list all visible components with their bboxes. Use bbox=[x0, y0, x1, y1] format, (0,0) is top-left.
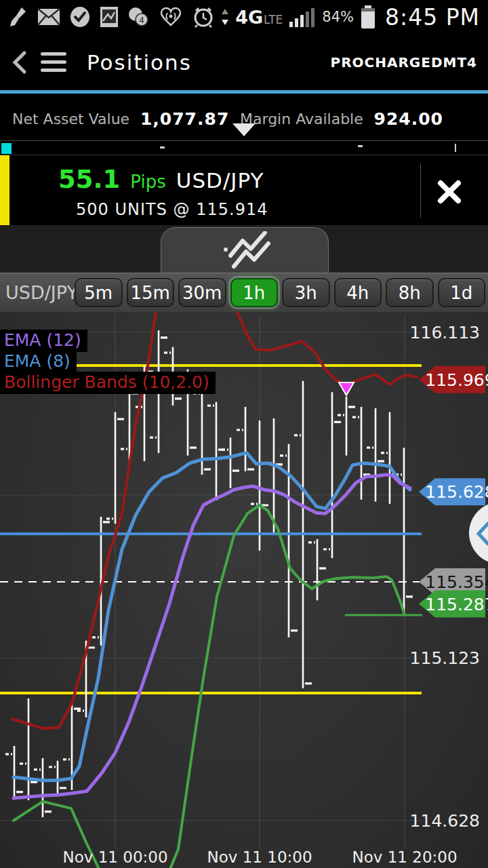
app-header: Positions PROCHARGEDMT4 bbox=[0, 34, 488, 94]
obscured-row-accent bbox=[1, 143, 12, 154]
timeframe-bar: USD/JPY 5m15m30m1h3h4h8h1d bbox=[0, 273, 488, 312]
menu-icon[interactable] bbox=[41, 52, 66, 72]
price-badge-label: 115.628 bbox=[425, 482, 488, 502]
battery-percent: 84% bbox=[322, 9, 354, 25]
svg-text:4: 4 bbox=[139, 16, 144, 25]
price-chart[interactable]: 115.969115.628115.354115.287116.113115.1… bbox=[0, 312, 488, 868]
account-name[interactable]: PROCHARGEDMT4 bbox=[331, 54, 478, 71]
chevron-left-icon bbox=[474, 518, 488, 549]
bollinger-lower-line bbox=[14, 505, 405, 868]
x-axis-label: Nov 11 20:00 bbox=[352, 848, 457, 866]
margin-value: 924.00 bbox=[374, 109, 443, 129]
timeframe-button-15m[interactable]: 15m bbox=[127, 278, 175, 307]
notification-icons: 4 bbox=[8, 6, 182, 28]
candle-bars bbox=[14, 330, 404, 817]
timeframe-button-3h[interactable]: 3h bbox=[282, 278, 330, 307]
obscured-row-fragment bbox=[358, 145, 363, 147]
timeframe-button-1h[interactable]: 1h bbox=[230, 278, 279, 307]
obscured-position-row bbox=[0, 140, 488, 155]
position-accent-bar bbox=[0, 155, 9, 226]
x-axis-label: Nov 11 10:00 bbox=[207, 848, 312, 866]
nav-value: 1,077.87 bbox=[140, 109, 229, 129]
back-icon[interactable] bbox=[11, 47, 28, 77]
timeframe-button-4h[interactable]: 4h bbox=[334, 278, 382, 307]
candle-open-ticks bbox=[5, 353, 402, 770]
timeframe-button-1d[interactable]: 1d bbox=[438, 278, 486, 307]
x-axis-label: Nov 11 00:00 bbox=[62, 848, 167, 866]
legend-item: EMA (12) bbox=[0, 330, 87, 352]
alarm-icon bbox=[192, 5, 215, 28]
line-chart-icon bbox=[219, 231, 270, 269]
iheartradio-icon bbox=[159, 7, 182, 27]
timeframe-buttons: 5m15m30m1h3h4h8h1d bbox=[75, 278, 485, 307]
page-title: Positions bbox=[87, 50, 192, 75]
nav-label: Net Asset Value bbox=[12, 111, 129, 127]
coins-icon: 4 bbox=[127, 6, 150, 28]
legend-item: Bollinger Bands (10,2.0) bbox=[0, 372, 216, 394]
mail-icon bbox=[37, 8, 60, 26]
price-badge-label: 115.969 bbox=[425, 370, 488, 390]
y-axis-label: 114.628 bbox=[410, 811, 480, 831]
candle-close-ticks bbox=[16, 338, 413, 812]
signal-bars-icon bbox=[289, 7, 316, 27]
close-position-button[interactable] bbox=[434, 177, 464, 207]
network-type: 4GLTE bbox=[235, 7, 283, 28]
broom-icon bbox=[8, 6, 28, 28]
y-axis-label: 115.123 bbox=[410, 648, 480, 668]
battery-icon bbox=[360, 5, 376, 29]
app-root: 4 4GLTE 84% 8:45 PM Positions PROCHARGED… bbox=[0, 0, 488, 868]
trade-marker-icon bbox=[339, 382, 354, 395]
collapse-caret-icon[interactable] bbox=[232, 123, 256, 136]
timeframe-button-30m[interactable]: 30m bbox=[178, 278, 226, 307]
margin-label: Margin Available bbox=[240, 111, 363, 127]
gallery-icon bbox=[100, 6, 119, 28]
obscured-row-fragment bbox=[455, 144, 456, 152]
divider bbox=[420, 163, 421, 218]
system-status-icons: 4GLTE 84% 8:45 PM bbox=[192, 4, 480, 31]
chart-instrument-label: USD/JPY bbox=[5, 282, 75, 303]
position-details: 500 UNITS @ 115.914 bbox=[76, 200, 268, 219]
clock: 8:45 PM bbox=[385, 4, 480, 31]
position-pips-value: 55.1 bbox=[58, 165, 120, 194]
check-circle-icon bbox=[69, 6, 91, 28]
status-bar: 4 4GLTE 84% 8:45 PM bbox=[0, 0, 488, 34]
network-arrows-icon bbox=[221, 8, 229, 26]
y-axis-label: 116.113 bbox=[410, 323, 480, 342]
timeframe-button-8h[interactable]: 8h bbox=[386, 278, 434, 307]
position-instrument: USD/JPY bbox=[176, 168, 264, 193]
price-badge-label: 115.354 bbox=[425, 572, 488, 592]
ema-12-line bbox=[14, 475, 410, 798]
position-card[interactable]: 55.1 Pips USD/JPY 500 UNITS @ 115.914 bbox=[0, 155, 488, 226]
price-badge-label: 115.287 bbox=[425, 595, 488, 614]
chart-type-tab[interactable] bbox=[161, 227, 329, 273]
timeframe-button-5m[interactable]: 5m bbox=[75, 278, 123, 307]
obscured-row-fragment bbox=[160, 146, 165, 149]
legend-item: EMA (8) bbox=[0, 351, 77, 373]
position-pips-label: Pips bbox=[130, 172, 165, 192]
